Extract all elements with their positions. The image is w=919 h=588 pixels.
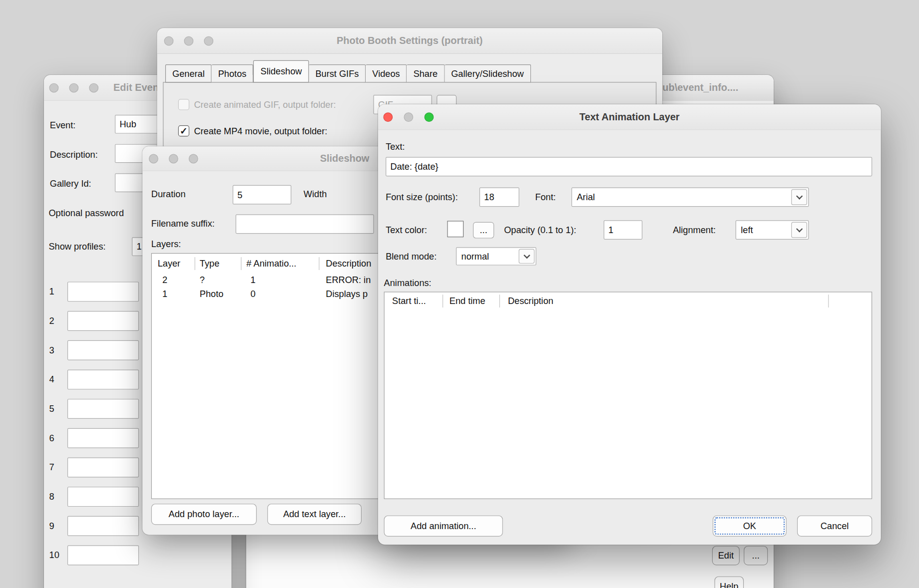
checkmark-icon: ✓: [180, 125, 188, 136]
tab-photos[interactable]: Photos: [212, 64, 254, 82]
profile-row-input[interactable]: [67, 546, 139, 566]
close-button[interactable]: [149, 154, 158, 164]
cell-animations: 0: [242, 289, 319, 299]
tab-videos[interactable]: Videos: [366, 64, 407, 82]
font-select-value: Arial: [577, 192, 595, 202]
minimize-button[interactable]: [169, 154, 178, 164]
opacity-label: Opacity (0.1 to 1):: [504, 225, 576, 236]
cell-layer: 1: [152, 289, 195, 299]
cell-animations: 1: [242, 275, 319, 285]
profile-row-label: 9: [49, 521, 54, 531]
layers-label: Layers:: [151, 239, 181, 250]
profile-row-input[interactable]: [67, 311, 139, 331]
profile-row-label: 4: [49, 374, 54, 385]
column-header-end-time[interactable]: End time: [443, 294, 500, 307]
create-gif-label: Create animated GIF, output folder:: [194, 99, 336, 110]
blend-mode-label: Blend mode:: [386, 251, 437, 262]
settings-tab-bar: General Photos Slideshow Burst GIFs Vide…: [165, 60, 531, 83]
text-color-browse-button[interactable]: ...: [473, 222, 494, 239]
photo-booth-titlebar[interactable]: Photo Booth Settings (portrait): [157, 28, 662, 54]
tab-burst-gifs[interactable]: Burst GIFs: [309, 64, 366, 82]
add-photo-layer-button[interactable]: Add photo layer...: [151, 504, 257, 525]
alignment-label: Alignment:: [673, 225, 716, 236]
text-label: Text:: [386, 142, 405, 152]
text-input[interactable]: [386, 157, 872, 176]
tab-share[interactable]: Share: [407, 64, 445, 82]
tab-slideshow[interactable]: Slideshow: [253, 60, 309, 83]
cell-type: ?: [195, 275, 241, 285]
font-select[interactable]: Arial: [571, 188, 809, 207]
text-color-label: Text color:: [386, 225, 427, 236]
event-info-window-title: Hub\event_info....: [655, 75, 738, 101]
desktop-backdrop: Hub\event_info.... Edit ... Help Edit Ev…: [0, 0, 919, 588]
event-label: Event:: [50, 120, 76, 131]
create-mp4-label: Create MP4 movie, output folder:: [194, 126, 327, 136]
profile-row-input[interactable]: [67, 457, 139, 477]
profile-row-label: 7: [49, 462, 54, 473]
text-animation-titlebar[interactable]: Text Animation Layer: [378, 104, 881, 130]
filename-suffix-label: Filename suffix:: [151, 219, 215, 229]
blend-mode-select-value: normal: [461, 251, 489, 262]
profile-row-input[interactable]: [67, 516, 139, 536]
help-button[interactable]: Help: [714, 577, 744, 588]
alignment-select-value: left: [741, 225, 753, 235]
profile-row-label: 1: [49, 287, 54, 297]
add-animation-button[interactable]: Add animation...: [384, 516, 503, 537]
filename-suffix-input[interactable]: [236, 214, 374, 234]
animations-table: Start ti... End time Description: [384, 292, 873, 499]
cancel-button[interactable]: Cancel: [797, 516, 872, 537]
profile-row-input[interactable]: [67, 399, 139, 419]
chevron-down-icon[interactable]: [791, 222, 807, 238]
more-options-button[interactable]: ...: [744, 546, 768, 566]
profile-row-input[interactable]: [67, 340, 139, 360]
column-header-type[interactable]: Type: [195, 257, 242, 270]
duration-label: Duration: [151, 189, 186, 200]
ok-button[interactable]: OK: [713, 516, 787, 537]
optional-password-label: Optional password: [48, 208, 124, 219]
profile-row-label: 10: [49, 550, 59, 561]
chevron-down-icon[interactable]: [791, 189, 807, 205]
edit-button[interactable]: Edit: [712, 546, 740, 566]
slideshow-window-title: Slideshow: [320, 146, 370, 171]
tab-general[interactable]: General: [165, 64, 212, 82]
add-text-layer-button[interactable]: Add text layer...: [267, 504, 362, 525]
profile-row-input[interactable]: [67, 369, 139, 389]
blend-mode-select[interactable]: normal: [456, 247, 536, 265]
font-size-input[interactable]: [479, 188, 519, 207]
profile-row-label: 6: [49, 433, 54, 443]
zoom-button[interactable]: [189, 154, 198, 164]
column-header-animations[interactable]: # Animatio...: [242, 257, 319, 270]
tab-gallery-slideshow[interactable]: Gallery/Slideshow: [445, 64, 531, 82]
column-header-description[interactable]: Description: [499, 294, 829, 307]
width-label: Width: [304, 189, 327, 200]
font-label: Font:: [535, 192, 555, 203]
profile-row-input[interactable]: [67, 428, 139, 448]
profile-row-input[interactable]: [67, 282, 139, 301]
profile-row-label: 5: [49, 404, 54, 414]
cell-type: Photo: [195, 289, 241, 299]
profile-row-label: 8: [49, 492, 54, 502]
gallery-id-label: Gallery Id:: [50, 179, 91, 189]
profile-row-label: 2: [49, 316, 54, 326]
chevron-down-icon[interactable]: [519, 249, 535, 264]
show-profiles-label: Show profiles:: [48, 241, 105, 252]
column-header-start-time[interactable]: Start ti...: [385, 294, 443, 307]
text-animation-layer-window: Text Animation Layer Text: Font size (po…: [378, 104, 881, 545]
cell-layer: 2: [152, 275, 195, 285]
profile-row-input[interactable]: [67, 487, 139, 507]
create-gif-checkbox[interactable]: [178, 99, 189, 110]
font-size-label: Font size (points):: [386, 192, 458, 203]
create-mp4-checkbox[interactable]: ✓: [178, 125, 189, 136]
column-header-extra[interactable]: [829, 294, 871, 307]
text-color-swatch[interactable]: [447, 221, 463, 237]
column-header-layer[interactable]: Layer: [152, 257, 195, 270]
alignment-select[interactable]: left: [736, 220, 809, 240]
duration-input[interactable]: [233, 185, 291, 205]
opacity-input[interactable]: [604, 220, 642, 240]
description-label: Description:: [50, 149, 98, 160]
profile-row-label: 3: [49, 345, 54, 355]
photo-booth-window-title: Photo Booth Settings (portrait): [157, 28, 662, 54]
text-animation-window-title: Text Animation Layer: [378, 104, 881, 130]
animations-label: Animations:: [384, 278, 432, 288]
